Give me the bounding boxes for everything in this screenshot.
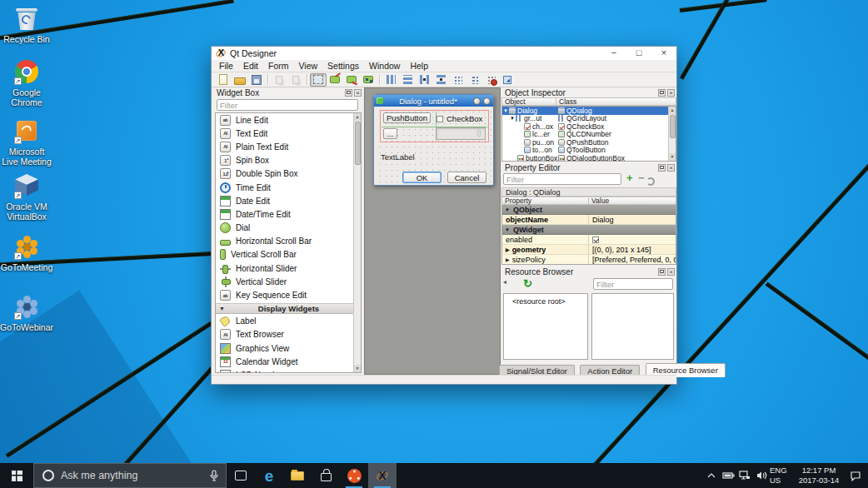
resource-root-item[interactable]: <resource root> [504, 294, 587, 306]
scroll-up-icon[interactable]: ▲ [354, 113, 362, 121]
menu-edit[interactable]: Edit [238, 60, 263, 72]
form-dialog[interactable]: Dialog - untitled* PushButton CheckBox .… [373, 94, 494, 186]
property-row-geometry[interactable]: ▶geometry [(0, 0), 201 x 145] [502, 245, 676, 255]
widget-item-key-sequence-edit[interactable]: abKey Sequence Edit [216, 288, 361, 301]
windows-store-button[interactable] [312, 463, 340, 488]
widget-item-vertical-scrollbar[interactable]: Vertical Scroll Bar [216, 248, 361, 261]
property-value[interactable]: [(0, 0), 201 x 145] [592, 246, 651, 254]
desktop-icon-gotomeeting[interactable]: GoToMeeting [0, 233, 53, 272]
layout-form-button[interactable] [466, 73, 482, 87]
widget-box-filter-input[interactable] [217, 99, 358, 111]
property-filter-input[interactable] [503, 173, 621, 185]
resource-tree-pane[interactable]: <resource root> [503, 293, 588, 360]
layout-vertically-splitter-button[interactable] [432, 73, 449, 87]
column-object[interactable]: Object [501, 97, 556, 106]
column-value[interactable]: Value [589, 197, 676, 205]
form-canvas[interactable]: PushButton CheckBox ... 0 TextLabel OK C… [375, 107, 492, 184]
form-shade-icon[interactable] [473, 97, 481, 105]
close-panel-icon[interactable]: × [354, 89, 362, 97]
widget-item-horizontal-scrollbar[interactable]: Horizontal Scroll Bar [216, 235, 361, 248]
widget-list-scrollbar[interactable]: ▲ ▼ [353, 113, 361, 372]
scroll-down-icon[interactable]: ▼ [354, 365, 362, 372]
xming-button[interactable]: X [368, 463, 397, 488]
property-value[interactable]: [Preferred, Preferred, 0, 0] [592, 256, 676, 264]
network-status[interactable] [736, 463, 753, 488]
column-class[interactable]: Class [556, 97, 676, 106]
copy-button[interactable] [271, 73, 287, 87]
section-display-widgets[interactable]: ▼ Display Widgets [216, 303, 361, 314]
form-dialog-titlebar[interactable]: Dialog - untitled* [374, 95, 493, 107]
form-check-box[interactable]: CheckBox [436, 114, 482, 123]
menu-window[interactable]: Window [364, 60, 405, 72]
scrollbar-thumb[interactable] [355, 122, 361, 165]
edit-widgets-button[interactable] [310, 73, 327, 87]
form-tool-button[interactable]: ... [383, 128, 397, 139]
property-group-qobject[interactable]: ▼QObject [502, 205, 676, 215]
adjust-size-button[interactable] [499, 73, 516, 87]
float-panel-icon[interactable] [658, 164, 666, 172]
expander-icon[interactable]: ▶ [506, 246, 510, 252]
resource-filter-input[interactable] [593, 278, 673, 290]
break-layout-button[interactable] [482, 73, 499, 87]
widget-item-lcd-number[interactable]: 42LCD Number [216, 368, 361, 373]
float-panel-icon[interactable] [658, 268, 666, 276]
tree-row-lcdnumber[interactable]: lc...er QLCDNumber [502, 131, 676, 139]
float-panel-icon[interactable] [345, 89, 352, 97]
tree-row-gridlayout[interactable]: ▼gr...ut QGridLayout [502, 115, 676, 123]
layout-horizontally-button[interactable] [382, 73, 399, 87]
menu-file[interactable]: File [214, 60, 238, 72]
widget-item-text-browser[interactable]: AIText Browser [216, 328, 361, 341]
property-row-objectname[interactable]: objectName Dialog [502, 215, 676, 225]
menu-settings[interactable]: Settings [322, 60, 364, 72]
widget-item-label[interactable]: Label [216, 315, 361, 328]
widget-item-time-edit[interactable]: Time Edit [216, 181, 361, 194]
widget-item-calendar-widget[interactable]: 12Calendar Widget [216, 355, 361, 368]
volume-status[interactable] [753, 463, 770, 488]
desktop-icon-live-meeting[interactable]: Microsoft Live Meeting [0, 117, 53, 167]
widget-item-date-edit[interactable]: Date Edit [216, 194, 361, 207]
reload-resources-icon[interactable]: ↻ [523, 277, 532, 290]
widget-item-graphics-view[interactable]: Graphics View [216, 341, 361, 355]
maximize-button[interactable]: □ [626, 47, 651, 60]
save-form-button[interactable] [248, 73, 265, 87]
tray-expand-button[interactable] [703, 463, 720, 488]
edit-buddies-button[interactable] [343, 73, 360, 87]
form-cancel-button[interactable]: Cancel [447, 172, 486, 183]
layout-grid-button[interactable] [449, 73, 466, 87]
scroll-down-icon[interactable]: ▼ [669, 153, 676, 161]
action-center-button[interactable] [843, 463, 868, 488]
widget-item-datetime-edit[interactable]: Date/Time Edit [216, 207, 361, 221]
form-lcd-number[interactable]: 0 [436, 127, 486, 140]
close-panel-icon[interactable]: × [667, 164, 675, 172]
tree-row-buttonbox[interactable]: buttonBox QDialogButtonBox [502, 154, 676, 162]
tree-row-pushbutton[interactable]: pu...on QPushButton [502, 138, 676, 147]
search-box[interactable]: Ask me anything [33, 463, 227, 488]
widget-item-plain-text-edit[interactable]: AIPlain Text Edit [216, 140, 361, 153]
ubuntu-button[interactable] [340, 463, 368, 488]
form-text-label[interactable]: TextLabel [381, 152, 415, 162]
form-push-button[interactable]: PushButton [383, 112, 431, 123]
checked-checkbox-icon[interactable] [592, 237, 599, 243]
menu-view[interactable]: View [294, 60, 323, 72]
object-inspector-scrollbar[interactable]: ▲ ▼ [668, 107, 676, 161]
open-form-button[interactable] [232, 73, 248, 87]
add-property-icon[interactable]: + [626, 173, 633, 183]
desktop-icon-gotowebinar[interactable]: GoToWebinar [0, 293, 53, 332]
resource-preview-pane[interactable] [591, 293, 674, 360]
expander-icon[interactable]: ▼ [509, 116, 516, 121]
start-button[interactable] [0, 463, 33, 488]
battery-status[interactable] [720, 463, 736, 488]
language-indicator[interactable]: ENG US [770, 463, 795, 488]
property-row-sizepolicy[interactable]: ▶sizePolicy [Preferred, Preferred, 0, 0] [502, 255, 676, 265]
layout-vertically-button[interactable] [399, 73, 416, 87]
column-property[interactable]: Property [501, 197, 589, 205]
clock[interactable]: 12:17 PM 2017-03-14 [795, 463, 843, 488]
property-group-qwidget[interactable]: ▼QWidget [502, 225, 676, 235]
widget-item-text-edit[interactable]: AIText Edit [216, 127, 361, 140]
scroll-up-icon[interactable]: ▲ [669, 107, 676, 114]
close-panel-icon[interactable]: × [667, 89, 675, 97]
new-form-button[interactable] [215, 73, 232, 87]
widget-item-vertical-slider[interactable]: Vertical Slider [216, 275, 361, 288]
widget-item-horizontal-slider[interactable]: Horizontal Slider [216, 261, 361, 275]
property-value[interactable]: Dialog [592, 216, 614, 224]
